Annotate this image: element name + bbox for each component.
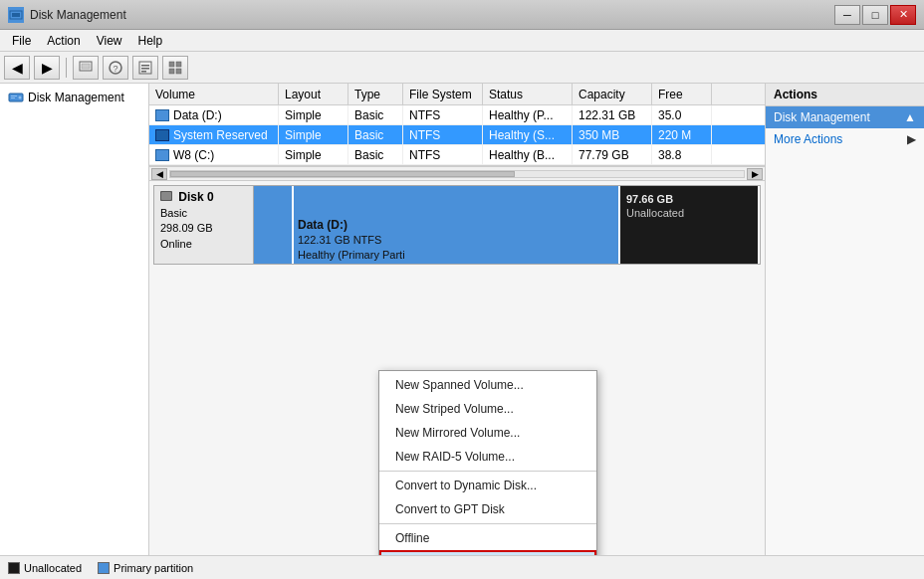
chevron-right-icon: ▶ [907, 132, 916, 146]
help-button[interactable]: ? [103, 56, 128, 80]
ctx-new-raid5[interactable]: New RAID-5 Volume... [379, 445, 596, 469]
title-bar: Disk Management ─ □ ✕ [0, 0, 924, 30]
svg-rect-13 [176, 69, 181, 74]
disk-0-partitions: Data (D:) 122.31 GB NTFS Healthy (Primar… [254, 186, 760, 264]
td-volume: System Reserved [149, 125, 279, 144]
partition-unallocated[interactable]: 97.66 GB Unallocated [620, 186, 760, 264]
h-scroll-strip: ◀ ▶ [149, 167, 765, 181]
svg-rect-8 [141, 68, 149, 70]
tree-item-label: Disk Management [28, 91, 124, 104]
toolbar-sep-1 [66, 58, 67, 78]
h-scrollbar-track[interactable] [169, 170, 745, 178]
partition-data-label: Data (D:) 122.31 GB NTFS Healthy (Primar… [298, 218, 614, 262]
center-content: Volume Layout Type File System Status Ca… [149, 84, 765, 555]
actions-disk-mgmt-section[interactable]: Disk Management ▲ [766, 106, 924, 128]
legend-unallocated-label: Unallocated [24, 562, 82, 574]
volume-table: Volume Layout Type File System Status Ca… [149, 84, 765, 167]
ctx-new-mirrored[interactable]: New Mirrored Volume... [379, 421, 596, 445]
td-free: 35.0 [652, 105, 712, 124]
td-status: Healthy (P... [483, 105, 573, 124]
legend-unallocated: Unallocated [8, 562, 82, 574]
scroll-right-btn[interactable]: ▶ [747, 168, 763, 180]
svg-rect-19 [161, 192, 171, 200]
disk-0-row: Disk 0 Basic 298.09 GB Online D [153, 185, 761, 265]
actions-section-label: Disk Management [774, 110, 870, 124]
td-type: Basic [348, 125, 403, 144]
td-status: Healthy (B... [483, 145, 573, 164]
menu-action[interactable]: Action [39, 32, 88, 50]
svg-rect-17 [11, 97, 15, 98]
svg-rect-9 [141, 71, 146, 73]
vol-icon [155, 149, 169, 161]
ctx-new-spanned[interactable]: New Spanned Volume... [379, 373, 596, 397]
svg-rect-3 [82, 64, 90, 69]
back-button[interactable]: ◀ [4, 56, 30, 80]
ctx-new-striped[interactable]: New Striped Volume... [379, 397, 596, 421]
td-fs: NTFS [403, 125, 483, 144]
menu-file[interactable]: File [4, 32, 39, 50]
td-layout: Simple [279, 125, 348, 144]
svg-rect-11 [176, 62, 181, 67]
td-volume: Data (D:) [149, 105, 279, 124]
properties-button[interactable] [132, 56, 158, 80]
ctx-convert-dynamic[interactable]: Convert to Dynamic Disk... [379, 474, 596, 497]
actions-panel: Actions Disk Management ▲ More Actions ▶ [765, 84, 924, 555]
disk-area: Disk 0 Basic 298.09 GB Online D [149, 181, 765, 555]
refresh-button[interactable] [162, 56, 188, 80]
restore-button[interactable]: □ [862, 5, 888, 25]
td-capacity: 77.79 GB [573, 145, 652, 164]
partition-system-reserved[interactable] [254, 186, 294, 264]
disk-mgmt-icon [8, 90, 24, 105]
legend-primary: Primary partition [98, 562, 193, 574]
ctx-convert-gpt[interactable]: Convert to GPT Disk [379, 497, 596, 521]
unallocated-label: 97.66 GB Unallocated [626, 192, 684, 220]
up-button[interactable] [73, 56, 99, 80]
h-scrollbar-thumb[interactable] [170, 171, 515, 177]
col-type: Type [348, 84, 403, 104]
td-capacity: 350 MB [573, 125, 652, 144]
td-status: Healthy (S... [483, 125, 573, 144]
partition-data-d[interactable]: Data (D:) 122.31 GB NTFS Healthy (Primar… [294, 186, 620, 264]
legend-primary-label: Primary partition [114, 562, 193, 574]
table-row[interactable]: W8 (C:) Simple Basic NTFS Healthy (B... … [149, 145, 765, 165]
title-bar-controls: ─ □ ✕ [834, 5, 916, 25]
disk-0-title: Disk 0 [160, 190, 247, 204]
td-volume: W8 (C:) [149, 145, 279, 164]
close-button[interactable]: ✕ [890, 5, 916, 25]
ctx-sep-2 [379, 523, 596, 524]
ctx-offline[interactable]: Offline [379, 526, 596, 550]
chevron-up-icon: ▲ [904, 110, 916, 124]
td-fs: NTFS [403, 145, 483, 164]
actions-more-link[interactable]: More Actions ▶ [766, 128, 924, 150]
col-layout: Layout [279, 84, 348, 104]
app-icon [8, 7, 24, 23]
col-status: Status [483, 84, 573, 104]
legend-box-primary [98, 562, 110, 574]
menu-help[interactable]: Help [130, 32, 171, 50]
col-volume: Volume [149, 84, 279, 104]
minimize-button[interactable]: ─ [834, 5, 860, 25]
td-capacity: 122.31 GB [573, 105, 652, 124]
scroll-left-btn[interactable]: ◀ [151, 168, 167, 180]
menu-view[interactable]: View [89, 32, 130, 50]
menu-bar: File Action View Help [0, 30, 924, 52]
td-layout: Simple [279, 145, 348, 164]
title-bar-left: Disk Management [8, 7, 126, 23]
ctx-sep-1 [379, 471, 596, 472]
td-type: Basic [348, 105, 403, 124]
tree-item-disk-management[interactable]: Disk Management [4, 88, 144, 107]
td-free: 220 M [652, 125, 712, 144]
toolbar: ◀ ▶ ? [0, 52, 924, 84]
actions-header: Actions [766, 84, 924, 106]
window-title: Disk Management [30, 8, 126, 22]
table-row[interactable]: Data (D:) Simple Basic NTFS Healthy (P..… [149, 105, 765, 125]
td-type: Basic [348, 145, 403, 164]
svg-rect-1 [12, 13, 20, 17]
svg-text:?: ? [114, 64, 118, 74]
td-fs: NTFS [403, 105, 483, 124]
forward-button[interactable]: ▶ [34, 56, 60, 80]
table-row-selected[interactable]: System Reserved Simple Basic NTFS Health… [149, 125, 765, 145]
svg-rect-16 [11, 96, 17, 96]
more-actions-label: More Actions [774, 132, 842, 146]
ctx-detach-vhd[interactable]: Detach VHD [379, 550, 596, 555]
